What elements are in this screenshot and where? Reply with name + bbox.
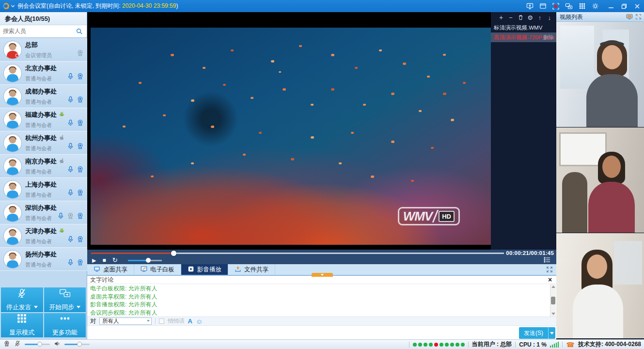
playlist-add-icon[interactable] <box>498 14 504 21</box>
send-button[interactable]: 发送(S) <box>519 327 548 339</box>
mic-icon[interactable] <box>67 166 74 174</box>
replay-button[interactable] <box>112 257 118 264</box>
window-mode-icon[interactable] <box>539 2 547 10</box>
webcam-icon[interactable] <box>77 96 84 105</box>
chat-scrollbar[interactable] <box>550 284 556 317</box>
webcam-icon[interactable] <box>77 73 84 81</box>
font-style-button[interactable]: A <box>188 317 192 325</box>
send-options-arrow[interactable] <box>548 327 555 339</box>
webcam-status-icon[interactable] <box>3 340 10 349</box>
desktop-share-icon[interactable] <box>526 2 534 10</box>
recipient-select[interactable]: 所有人 <box>99 317 152 325</box>
display-grid-icon[interactable] <box>578 2 586 10</box>
mic-icon[interactable] <box>67 73 74 81</box>
stop-button[interactable] <box>102 257 106 264</box>
record-icon[interactable] <box>552 2 560 10</box>
mic-icon[interactable] <box>67 143 74 151</box>
participant-video-feed[interactable] <box>556 127 644 233</box>
avatar <box>4 88 21 105</box>
webcam-icon[interactable] <box>77 212 84 221</box>
participant-video-feed[interactable] <box>556 22 644 127</box>
sync-icon[interactable] <box>565 2 573 10</box>
participant-row[interactable]: 福建办事处普通与会者 <box>0 108 87 131</box>
participant-video-feed[interactable] <box>556 233 644 339</box>
chat-close-icon[interactable] <box>547 276 553 283</box>
playlist-file-row[interactable]: 高清演示视频-720P.wmv删除 <box>491 32 556 42</box>
fish-dot <box>171 54 174 56</box>
fish-dot <box>371 175 374 178</box>
video-expand-icon[interactable] <box>635 13 642 23</box>
speaker-volume-slider[interactable] <box>64 344 90 345</box>
search-icon[interactable] <box>76 28 83 36</box>
action-button-grid[interactable]: 显示模式 <box>1 313 43 338</box>
mic-volume-slider[interactable] <box>25 344 50 345</box>
webcam-icon[interactable] <box>67 212 74 221</box>
scroll-thumb[interactable] <box>551 297 555 304</box>
whisper-checkbox[interactable] <box>159 318 164 324</box>
webcam-icon[interactable] <box>77 189 84 198</box>
webcam-icon[interactable] <box>77 49 84 58</box>
close-button[interactable] <box>633 2 641 10</box>
action-button-sync-screens[interactable]: 开始同步 <box>44 287 86 312</box>
scroll-up-arrow[interactable] <box>551 286 555 288</box>
tab-media-play[interactable]: 影音播放 <box>181 264 228 275</box>
participant-row[interactable]: 深圳办事处普通与会者 <box>0 201 87 224</box>
maximize-button[interactable] <box>620 2 628 10</box>
webcam-icon[interactable] <box>77 143 84 151</box>
volume-slider[interactable] <box>128 260 162 261</box>
search-input[interactable] <box>0 25 73 37</box>
tab-whiteboard[interactable]: 电子白板 <box>134 264 181 275</box>
seek-knob[interactable] <box>171 251 176 256</box>
playlist-remove-icon[interactable] <box>508 14 514 21</box>
video-mode-icon[interactable] <box>626 13 633 23</box>
mic-icon[interactable] <box>57 212 64 221</box>
chevron-down-icon[interactable] <box>11 4 15 8</box>
webcam-icon[interactable] <box>77 119 84 128</box>
chat-input[interactable] <box>87 326 518 340</box>
tab-desktop-share[interactable]: 桌面共享 <box>87 264 134 275</box>
playlist-file-row[interactable]: 标清演示视频.WMV <box>491 23 556 32</box>
participant-row[interactable]: 总部会议管理员 <box>0 38 87 62</box>
action-button-more-dots[interactable]: 更多功能 <box>44 313 86 338</box>
mic-muted-icon[interactable] <box>14 340 21 349</box>
speaker-volume-knob[interactable] <box>77 342 82 347</box>
play-button[interactable] <box>92 257 96 264</box>
participant-sidebar: 参会人员(10/55) 总部会议管理员北京办事处普通与会者成都办事处普通与会者福… <box>0 12 87 339</box>
playlist-trash-icon[interactable] <box>518 14 523 21</box>
webcam-icon[interactable] <box>77 166 84 174</box>
participant-row[interactable]: 北京办事处普通与会者 <box>0 62 87 85</box>
expand-panel-icon[interactable] <box>546 266 553 274</box>
seek-bar[interactable] <box>91 253 504 254</box>
playlist-move-up-icon[interactable] <box>537 14 543 21</box>
emoji-button[interactable] <box>196 317 203 325</box>
participant-row[interactable]: 南京办事处普通与会者 <box>0 155 87 178</box>
scroll-down-arrow[interactable] <box>551 313 555 315</box>
participant-row[interactable]: 天津办事处普通与会者 <box>0 224 87 248</box>
speaker-icon[interactable] <box>54 340 61 349</box>
playlist-settings-icon[interactable] <box>527 14 533 21</box>
tab-file-share[interactable]: 文件共享 <box>228 264 275 275</box>
participant-row[interactable]: 扬州办事处普通与会者 <box>0 248 87 271</box>
minimize-button[interactable] <box>607 2 615 10</box>
action-button-mic-off[interactable]: 停止发言 <box>1 287 43 312</box>
playlist-move-down-icon[interactable] <box>547 14 552 21</box>
webcam-icon[interactable] <box>77 236 84 244</box>
mic-icon[interactable] <box>67 119 74 128</box>
playing-video[interactable]: WMV HD <box>91 28 491 245</box>
mic-icon[interactable] <box>67 259 74 268</box>
mic-icon[interactable] <box>67 189 74 198</box>
delete-file-link[interactable]: 删除 <box>543 32 554 42</box>
participant-row[interactable]: 上海办事处普通与会者 <box>0 178 87 201</box>
mic-icon[interactable] <box>67 236 74 244</box>
webcam-icon[interactable] <box>77 259 84 268</box>
permission-message: 会议同步权限: 允许所有人 <box>90 309 547 317</box>
playlist-toggle-icon[interactable] <box>544 257 550 264</box>
mic-volume-knob[interactable] <box>37 342 42 347</box>
settings-gear-icon[interactable] <box>591 2 599 10</box>
collapse-handle[interactable] <box>312 273 333 277</box>
participant-row[interactable]: 成都办事处普通与会者 <box>0 85 87 108</box>
mic-icon[interactable] <box>67 96 74 105</box>
participant-row[interactable]: 杭州办事处普通与会者 <box>0 131 87 155</box>
volume-knob[interactable] <box>146 258 151 263</box>
status-dot-green <box>450 343 454 347</box>
